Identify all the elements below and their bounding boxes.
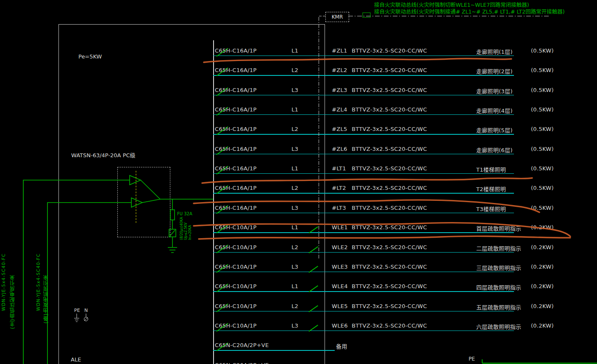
circuit-id-label: #LT1 [332,165,346,172]
circuit-row: C65H-C16A/1PL1#ZL4BTTVZ-3x2.5-SC20-CC/WC… [0,106,597,116]
cable-spec-label: BTTVZ-3x2.5-SC20-CC/WC [352,303,427,309]
power-label: (0.2KW) [531,224,554,231]
power-label: (0.5KW) [531,185,554,191]
load-name-label: 走廊照明(5层) [476,126,513,134]
circuit-id-label: #ZL6 [332,146,347,152]
fire-linkage-note-2: 接自火灾联动总线(火灾时强制接通# ZL1~# ZL5,# LT1,# LT2回… [374,7,565,15]
power-label: (0.5KW) [531,87,554,93]
phase-label: L1 [292,224,298,231]
circuit-row: C65H-C16A/1PL3#ZL3BTTVZ-3x2.5-SC20-CC/WC… [0,87,597,96]
breaker-label: C65H-C10A/1P [215,303,257,309]
circuit-id-label: WLE3 [332,264,348,270]
power-label: (0.5KW) [531,47,554,54]
cable-spec-label: BTTVZ-3x2.5-SC20-CC/WC [352,244,427,250]
load-name-label: 走廊照明(1层) [476,47,513,56]
circuit-id-label: WLE1 [332,224,348,231]
phase-label: L1 [292,283,298,289]
n-terminal-label: N [84,308,88,313]
bottom-pe-label: PE [469,356,475,362]
circuit-id-label: WLE6 [332,322,348,329]
circuit-row: C65H-C10A/1PL1WLE4BTTVZ-3x2.5-SC20-CC/WC… [0,283,597,292]
power-label: (0.5KW) [531,126,554,132]
breaker-label: C65H-C10A/1P [215,283,257,289]
power-label: (0.2KW) [531,264,554,270]
circuit-wire [213,291,514,292]
circuit-wire [213,56,514,56]
power-label: (0.5KW) [531,205,554,211]
load-name-label: 二层疏散照明指示 [476,244,521,252]
cable-spec-label: BTTVZ-3x2.5-SC20-CC/WC [352,165,427,172]
circuit-id-label: #LT3 [332,205,346,211]
breaker-label: C65N-C20A/2P+VE [215,342,269,348]
load-name-label: 六层疏散照明指示 [476,322,521,331]
load-name-label: 首层疏散照明指示 [476,224,521,232]
circuit-row: C65H-C16A/1PL2#ZL2BTTVZ-3x2.5-SC20-CC/WC… [0,67,597,76]
load-name-label: T3楼梯照明 [476,205,506,213]
circuit-wire [213,252,514,253]
load-name-label: 三层疏散照明指示 [476,264,521,272]
circuit-wire [213,331,514,331]
circuit-row: C65H-C10A/1PL3WLE3BTTVZ-3x2.5-SC20-CC/WC… [0,264,597,273]
breaker-label: C65H-C16A/1P [215,146,257,152]
cable-spec-label: BTTVZ-3x2.5-SC20-CC/WC [352,322,427,329]
spd-spec-line: (8/20μs)40KA [180,217,184,240]
cable-spec-label: BTTVZ-3x2.5-SC20-CC/WC [352,185,427,191]
circuit-wire [213,272,514,272]
phase-label: L2 [292,303,298,309]
circuit-wire [213,75,514,75]
circuit-row: C65H-C10A/1PL2WLE2BTTVZ-3x2.5-SC20-CC/WC… [0,244,597,253]
breaker-label: C65H-C10A/1P [215,224,257,231]
breaker-label: C65H-C16A/1P [215,47,257,54]
circuit-row: C65H-C16A/1PL3#LT3BTTVZ-3x2.5-SC20-CC/WC… [0,205,597,214]
cable-spec-label: BTTVZ-3x2.5-SC20-CC/WC [352,47,427,54]
surge-arrester-specs: (8/20μs)40KA Up≤2.5KV In=20KA [180,217,192,240]
circuit-id-label: #LT2 [332,185,346,191]
power-label: (0.5KW) [531,165,554,172]
breaker-label: C65H-C16A/1P [215,106,257,113]
cable-spec-label: BTTVZ-3x2.5-SC20-CC/WC [352,264,427,270]
phase-label: L3 [292,205,298,211]
circuit-id-label: #ZL4 [332,106,347,113]
load-name-label: 五层疏散照明指示 [476,303,521,311]
breaker-label: C65H-C16A/1P [215,126,257,132]
cable-spec-label: BTTVZ-3x2.5-SC20-CC/WC [352,224,427,231]
power-label: (0.2KW) [531,303,554,309]
circuit-id-label: WLE5 [332,303,348,309]
load-name-label: 走廊照明(3层) [476,87,513,95]
load-name-label: 走廊照明(6层) [476,146,513,154]
circuit-wire [213,154,514,154]
breaker-label: C65H-C16A/1P [215,165,257,172]
circuit-row: C65H-C16A/1PL1#LT1BTTVZ-3x2.5-SC20-CC/WC… [0,165,597,175]
circuit-row: C65H-C16A/1PL2#LT2BTTVZ-3x2.5-SC20-CC/WC… [0,185,597,194]
breaker-label: C65H-C16A/1P [215,205,257,211]
circuit-wire [213,232,514,233]
phase-label: L1 [292,165,298,172]
panel-name-label: ALE [71,356,81,363]
fuse-label: FU 32A [177,211,192,216]
kmr-contactor-box: KMR [325,12,349,22]
load-name-label: 走廊照明(4层) [476,106,513,114]
circuit-id-label: #ZL2 [332,67,347,73]
circuit-wire [213,114,514,115]
phase-label: L2 [292,67,298,73]
circuit-wire [213,95,514,95]
power-label: (0.2KW) [531,322,554,329]
cable-spec-label: BTTVZ-3x2.5-SC20-CC/WC [352,146,427,152]
breaker-label: C65H-C10A/1P [215,322,257,329]
circuit-wire [213,213,514,213]
breaker-label: C65N-C20A/2P+VE [215,362,269,364]
circuit-id-label: #ZL5 [332,126,347,132]
breaker-label: C65H-C16A/1P [215,185,257,191]
circuit-row: C65H-C10A/1PL2WLE5BTTVZ-3x2.5-SC20-CC/WC… [0,303,597,312]
spd-spec-line: In=20KA [188,217,192,240]
phase-label: L1 [292,47,298,54]
circuit-id-label: #ZL3 [332,87,347,93]
breaker-label: C65H-C16A/1P [215,67,257,73]
backup-feeder-desc-label: (备)由发电机房引来 [42,275,50,323]
phase-label: L3 [292,264,298,270]
phase-label: L2 [292,244,298,250]
cable-spec-label: BTTVZ-3x2.5-SC20-CC/WC [352,205,427,211]
main-feeder-desc-label: (主)由低压配电房引来 [9,275,16,329]
cable-spec-label: BTTVZ-3x2.5-SC20-CC/WC [352,283,427,289]
circuit-row: C65H-C16A/1PL2#ZL5BTTVZ-3x2.5-SC20-CC/WC… [0,126,597,135]
